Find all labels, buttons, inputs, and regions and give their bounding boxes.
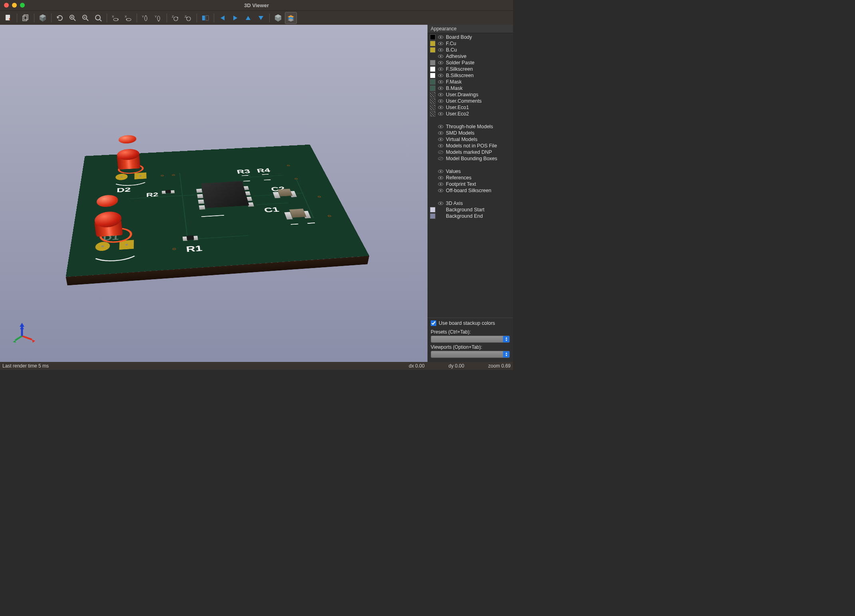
layer-row-b-cu[interactable]: B.Cu — [428, 47, 513, 53]
svg-point-47 — [440, 100, 441, 102]
svg-rect-21 — [202, 16, 205, 20]
svg-line-12 — [100, 20, 101, 21]
bg-label: Background End — [446, 213, 483, 219]
layer-row-adhesive[interactable]: Adhesive — [428, 53, 513, 60]
status-zoom: zoom 0.69 — [488, 363, 511, 369]
svg-line-24 — [15, 336, 22, 340]
3d-viewport[interactable]: D2 D1 — [0, 25, 428, 362]
layer-color-swatch[interactable] — [430, 73, 435, 78]
toggle-label: Model Bounding Boxes — [446, 156, 497, 161]
layer-label: B.Mask — [446, 85, 463, 91]
toggle-off-board-silkscreen[interactable]: Off-board Silkscreen — [428, 187, 513, 194]
svg-point-71 — [440, 190, 441, 191]
viewports-dropdown[interactable]: ▲▼ — [431, 351, 510, 358]
svg-point-29 — [440, 43, 441, 44]
zoom-window-button[interactable] — [20, 3, 25, 8]
reload-board-button[interactable] — [2, 12, 14, 24]
zoom-in-button[interactable] — [67, 12, 79, 24]
layer-row-f-silkscreen[interactable]: F.Silkscreen — [428, 66, 513, 72]
toggle-label: Through-hole Models — [446, 124, 493, 129]
layer-color-swatch[interactable] — [430, 85, 435, 91]
toggle-references[interactable]: References — [428, 175, 513, 181]
copy-image-button[interactable] — [20, 12, 32, 24]
layer-row-f-mask[interactable]: F.Mask — [428, 79, 513, 85]
svg-line-23 — [22, 336, 32, 340]
svg-text:X: X — [125, 15, 127, 18]
toggle-models-marked-dnp[interactable]: Models marked DNP — [428, 149, 513, 155]
pan-up-button[interactable] — [242, 12, 254, 24]
layer-row-b-silkscreen[interactable]: B.Silkscreen — [428, 72, 513, 79]
svg-line-5 — [74, 19, 76, 21]
layer-row-user-drawings[interactable]: User.Drawings — [428, 91, 513, 98]
render-options-button[interactable] — [37, 12, 49, 24]
toggle-footprint-text[interactable]: Footprint Text — [428, 181, 513, 187]
toggle-model-bounding-boxes[interactable]: Model Bounding Boxes — [428, 155, 513, 162]
svg-text:Y: Y — [155, 15, 157, 18]
layer-label: B.Silkscreen — [446, 73, 473, 78]
svg-text:Z: Z — [185, 15, 187, 18]
minimize-window-button[interactable] — [12, 3, 17, 8]
layer-color-swatch[interactable] — [430, 111, 435, 117]
zoom-fit-button[interactable] — [92, 12, 104, 24]
layer-row-solder-paste[interactable]: Solder Paste — [428, 60, 513, 66]
svg-point-35 — [440, 62, 441, 64]
layer-color-swatch[interactable] — [430, 47, 435, 53]
bg-color-swatch[interactable] — [430, 207, 435, 213]
layer-color-swatch[interactable] — [430, 105, 435, 110]
layer-label: User.Comments — [446, 98, 482, 104]
layer-color-swatch[interactable] — [430, 60, 435, 66]
rotate-x-ccw-button[interactable]: X — [122, 12, 134, 24]
rotate-y-cw-button[interactable]: Y — [139, 12, 151, 24]
rotate-y-ccw-button[interactable]: Y — [152, 12, 164, 24]
layer-color-swatch[interactable] — [430, 66, 435, 72]
layer-color-swatch[interactable] — [430, 92, 435, 97]
layer-color-swatch[interactable] — [430, 41, 435, 46]
svg-rect-3 — [24, 15, 28, 20]
toggle-through-hole-models[interactable]: Through-hole Models — [428, 123, 513, 130]
bg-3d-axis[interactable]: 3D Axis — [428, 200, 513, 207]
flip-board-button[interactable] — [199, 12, 211, 24]
toggle-smd-models[interactable]: SMD Models — [428, 130, 513, 136]
toggle-models-not-in-pos-file[interactable]: Models not in POS File — [428, 143, 513, 149]
layer-row-user-eco2[interactable]: User.Eco2 — [428, 111, 513, 117]
rotate-z-ccw-button[interactable]: Z — [182, 12, 194, 24]
layer-label: User.Eco1 — [446, 105, 469, 110]
layer-row-b-mask[interactable]: B.Mask — [428, 85, 513, 91]
layers-panel-button[interactable] — [285, 12, 297, 24]
viewports-label: Viewports (Option+Tab): — [431, 344, 510, 350]
toggle-label: Values — [446, 169, 461, 174]
layer-label: Adhesive — [446, 54, 466, 59]
layer-color-swatch[interactable] — [430, 79, 435, 85]
pan-right-button[interactable] — [229, 12, 241, 24]
layer-color-swatch[interactable] — [430, 98, 435, 104]
svg-text:Z: Z — [172, 15, 174, 18]
toggle-values[interactable]: Values — [428, 168, 513, 175]
status-bar: Last render time 5 ms dx 0.00 dy 0.00 zo… — [0, 362, 513, 370]
svg-line-61 — [439, 151, 443, 153]
bg-background-start[interactable]: Background Start — [428, 207, 513, 213]
ref-r1: R1 — [186, 244, 203, 254]
layer-row-f-cu[interactable]: F.Cu — [428, 40, 513, 47]
presets-dropdown[interactable]: ▲▼ — [431, 336, 510, 343]
close-window-button[interactable] — [4, 3, 9, 8]
status-dy: dy 0.00 — [449, 363, 464, 369]
layer-color-swatch[interactable] — [430, 34, 435, 40]
bg-background-end[interactable]: Background End — [428, 213, 513, 219]
layer-label: Solder Paste — [446, 60, 475, 66]
redraw-button[interactable] — [54, 12, 66, 24]
layer-row-user-eco1[interactable]: User.Eco1 — [428, 104, 513, 111]
ortho-button[interactable] — [272, 12, 284, 24]
zoom-out-button[interactable] — [80, 12, 91, 24]
layer-row-board-body[interactable]: Board Body — [428, 34, 513, 40]
rotate-x-cw-button[interactable]: X — [109, 12, 121, 24]
pan-left-button[interactable] — [217, 12, 229, 24]
svg-text:Y: Y — [142, 15, 144, 18]
pan-down-button[interactable] — [255, 12, 267, 24]
toggle-virtual-models[interactable]: Virtual Models — [428, 136, 513, 143]
bg-color-swatch[interactable] — [430, 213, 435, 219]
svg-point-41 — [440, 81, 441, 83]
layer-row-user-comments[interactable]: User.Comments — [428, 98, 513, 104]
rotate-z-cw-button[interactable]: Z — [169, 12, 181, 24]
ref-r2: R2 — [146, 191, 159, 198]
use-stackup-colors-checkbox[interactable]: Use board stackup colors — [431, 320, 510, 326]
